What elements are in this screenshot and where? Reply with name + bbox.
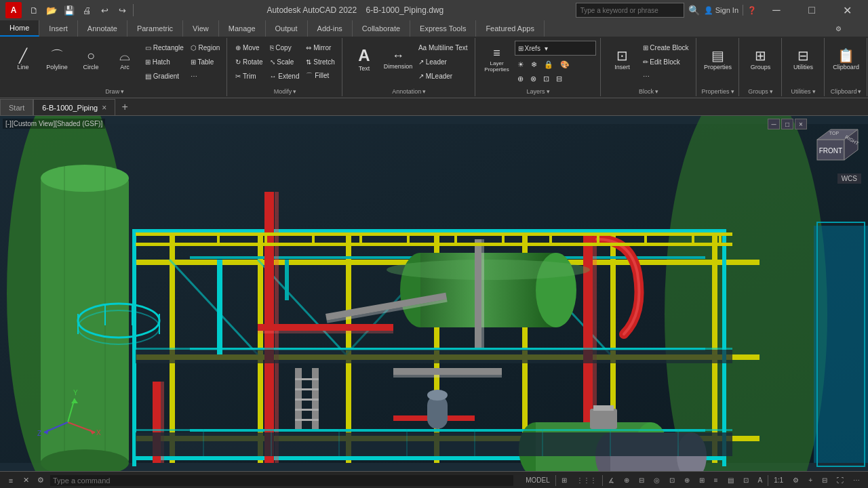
block-expand-icon[interactable]: ▾ [655,88,658,95]
save-btn[interactable]: 💾 [61,2,77,18]
leader-btn[interactable]: ↗ Leader [416,55,471,68]
ducs-btn[interactable]: ⊞ [695,473,709,488]
fullscreen-btn[interactable]: ⛶ [833,473,848,488]
tab-express[interactable]: Express Tools [410,20,476,37]
plot-btn[interactable]: 🖨 [79,2,95,18]
line-btn[interactable]: ╱ Line [7,39,39,80]
annotate-btn[interactable]: A [754,473,767,488]
settings-btn[interactable]: ⚙ [789,473,803,488]
layer-btn5[interactable]: ⊕ [515,72,526,85]
app-logo[interactable]: A [5,2,22,18]
open-btn[interactable]: 📂 [43,2,60,18]
transparency-btn[interactable]: ▤ [724,473,738,488]
layer-on-btn[interactable]: ☀ [515,58,527,71]
move-btn[interactable]: ⊕ Move [233,41,265,54]
tab-view[interactable]: View [183,20,219,37]
utilities-btn[interactable]: ⊟ Utilities [787,39,820,80]
tab-home[interactable]: Home [0,20,39,37]
tab-annotate[interactable]: Annotate [78,20,127,37]
trim-btn[interactable]: ✂ Trim [233,69,265,83]
search-input[interactable] [576,3,684,18]
snap-grid-btn2[interactable]: ⋮⋮⋮ [572,473,601,488]
snap-grid-btn[interactable]: ⊞ [557,473,571,488]
info-btn[interactable]: ❓ [747,6,757,15]
active-doc-tab[interactable]: 6-B-1000_Piping × [33,99,115,115]
tab-output[interactable]: Output [266,20,308,37]
cmd-icon1[interactable]: ≡ [4,474,18,487]
snap-btn[interactable]: ⊕ [620,473,633,488]
arc-btn[interactable]: ⌓ Arc [108,39,141,80]
groups-expand-icon[interactable]: ▾ [770,88,773,95]
modify-expand-icon[interactable]: ▾ [293,88,296,95]
redo-btn[interactable]: ↪ [114,2,130,18]
stretch-btn[interactable]: ⇅ Stretch [303,55,337,68]
properties-expand-icon[interactable]: ▾ [731,88,734,95]
polyline-btn[interactable]: ⌒ Polyline [41,39,73,80]
tab-featured[interactable]: Featured Apps [476,20,545,37]
polar-btn[interactable]: ◎ [650,473,664,488]
viewport[interactable]: [-][Custom View][Shaded (GSF)] [0,116,868,471]
copy-btn[interactable]: ⎘ Copy [267,41,302,54]
dimension-btn[interactable]: ↔ Dimension [382,39,414,80]
command-input[interactable] [50,475,513,486]
mleader-btn[interactable]: ↗ MLeader [416,69,471,83]
ortho-btn[interactable]: ⊟ [635,473,648,488]
vp-minimize-btn[interactable]: ─ [768,119,780,129]
zoom-in-btn[interactable]: + [804,473,816,488]
edit-block-btn[interactable]: ✏ Edit Block [640,55,692,68]
layer-btn8[interactable]: ⊟ [553,72,565,85]
doc-tab-close-btn[interactable]: × [102,103,106,113]
undo-btn[interactable]: ↩ [96,2,113,18]
tab-manage[interactable]: Manage [219,20,266,37]
vp-maximize-btn[interactable]: □ [781,119,793,129]
cmd-icon3[interactable]: ⚙ [34,474,47,487]
close-btn[interactable]: ✕ [831,0,863,20]
layer-color-btn[interactable]: 🎨 [557,58,572,71]
maximize-btn[interactable]: □ [796,0,827,20]
minimize-btn[interactable]: ─ [761,0,792,20]
mirror-btn[interactable]: ⇔ Mirror [303,41,337,54]
layers-expand-icon[interactable]: ▾ [547,88,550,95]
start-tab[interactable]: Start [0,99,33,115]
new-tab-btn[interactable]: + [117,99,133,115]
region-btn[interactable]: ⬡ Region [188,41,222,54]
layer-btn6[interactable]: ⊗ [528,72,539,85]
draw-expand-icon[interactable]: ▾ [121,88,124,95]
extend-btn[interactable]: ↔ Extend [267,69,302,83]
xrefs-dropdown[interactable]: ⊞ Xrefs ▾ [515,41,596,56]
zoom-out-btn[interactable]: ⊟ [818,473,831,488]
viewcube[interactable]: FRONT RIGHT TOP [814,123,861,170]
osnap-btn[interactable]: ⊡ [665,473,679,488]
rectangle-btn[interactable]: ▭ Rectangle [142,41,186,54]
insert-btn[interactable]: ⊡ Insert [606,39,639,80]
text-btn[interactable]: A Text [348,39,380,80]
create-block-btn[interactable]: ⊞ Create Block [640,41,692,54]
selection-btn[interactable]: ⊡ [739,473,753,488]
tab-insert[interactable]: Insert [39,20,78,37]
tab-parametric[interactable]: Parametric [127,20,183,37]
zoom-label[interactable]: 1:1 [770,473,787,488]
fillet-btn[interactable]: ⌒ Fillet [303,69,337,83]
utilities-expand-icon[interactable]: ▾ [812,88,816,95]
new-btn[interactable]: 🗋 [26,2,42,18]
model-label[interactable]: MODEL [521,473,554,488]
more-btn[interactable]: ⋯ [188,69,222,83]
cmd-icon2[interactable]: ✕ [19,474,33,487]
block-more-btn[interactable]: ⋯ [640,69,692,83]
search-btn[interactable]: 🔍 [688,5,700,16]
annotation-expand-icon[interactable]: ▾ [422,88,426,95]
tab-collaborate[interactable]: Collaborate [353,20,410,37]
vp-close-btn[interactable]: × [795,119,807,129]
infer-btn[interactable]: ∡ [604,473,618,488]
workspace-btn[interactable]: ⚙ [811,20,865,37]
otrack-btn[interactable]: ⊕ [680,473,694,488]
gradient-btn[interactable]: ▤ Gradient [142,69,186,83]
groups-btn[interactable]: ⊞ Groups [745,39,777,80]
layer-properties-btn[interactable]: ≡ LayerProperties [481,39,513,80]
hatch-btn[interactable]: ⊞ Hatch [142,55,186,68]
clipboard-expand-icon[interactable]: ▾ [858,88,861,95]
layer-btn7[interactable]: ⊡ [540,72,552,85]
properties-btn[interactable]: ▤ Properties [702,39,734,80]
mtext-btn[interactable]: Aa Multiline Text [416,41,471,54]
lineweight-btn[interactable]: ≡ [710,473,722,488]
